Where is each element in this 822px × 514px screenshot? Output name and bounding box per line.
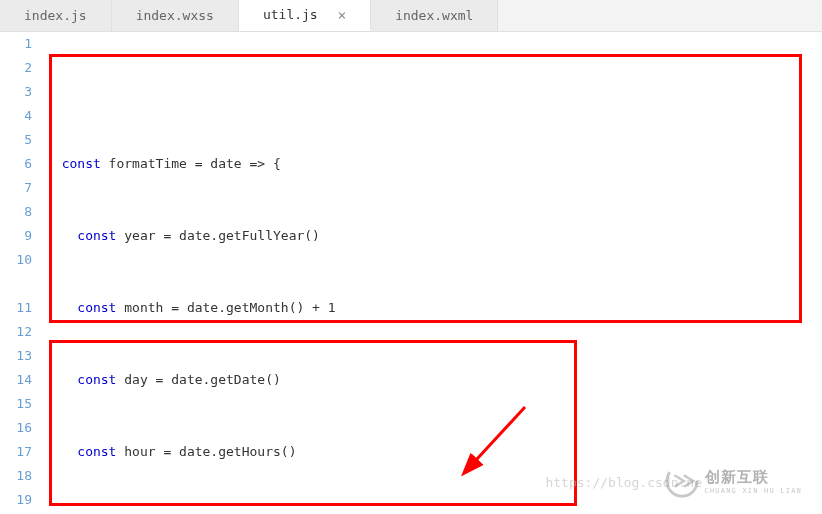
code-line: const hour = date.getHours() [46, 440, 822, 464]
watermark: 创新互联 CHUANG XIN HU LIAN [663, 462, 802, 500]
line-number: 1 [0, 32, 32, 56]
line-number: 7 [0, 176, 32, 200]
tab-index-js[interactable]: index.js [0, 0, 112, 31]
line-number: 10 [0, 248, 32, 272]
line-number: 14 [0, 368, 32, 392]
line-number: 12 [0, 320, 32, 344]
code-content[interactable]: const formatTime = date => { const year … [46, 32, 822, 514]
code-line: const month = date.getMonth() + 1 [46, 296, 822, 320]
watermark-subtext: CHUANG XIN HU LIAN [705, 487, 802, 495]
line-number: 17 [0, 440, 32, 464]
line-number: 15 [0, 392, 32, 416]
watermark-logo-icon [663, 462, 701, 500]
line-number: 18 [0, 464, 32, 488]
line-number: 19 [0, 488, 32, 512]
line-number: 5 [0, 128, 32, 152]
code-line [46, 80, 822, 104]
close-icon[interactable]: × [338, 7, 346, 23]
line-number: 16 [0, 416, 32, 440]
line-number: 8 [0, 200, 32, 224]
tab-util-js[interactable]: util.js × [239, 0, 371, 31]
code-line: const formatTime = date => { [46, 152, 822, 176]
line-number: 13 [0, 344, 32, 368]
code-editor[interactable]: 1 2 3 4 5 6 7 8 9 10 11 12 13 14 15 16 1… [0, 32, 822, 514]
line-number: 9 [0, 224, 32, 248]
line-gutter: 1 2 3 4 5 6 7 8 9 10 11 12 13 14 15 16 1… [0, 32, 46, 514]
line-number: 3 [0, 80, 32, 104]
tab-index-wxss[interactable]: index.wxss [112, 0, 239, 31]
tab-index-wxml[interactable]: index.wxml [371, 0, 498, 31]
code-line: const year = date.getFullYear() [46, 224, 822, 248]
watermark-text: 创新互联 [705, 468, 802, 487]
code-line: const day = date.getDate() [46, 368, 822, 392]
line-number: 11 [0, 296, 32, 320]
tab-bar: index.js index.wxss util.js × index.wxml [0, 0, 822, 32]
line-number: 4 [0, 104, 32, 128]
line-number: 2 [0, 56, 32, 80]
line-number: 6 [0, 152, 32, 176]
